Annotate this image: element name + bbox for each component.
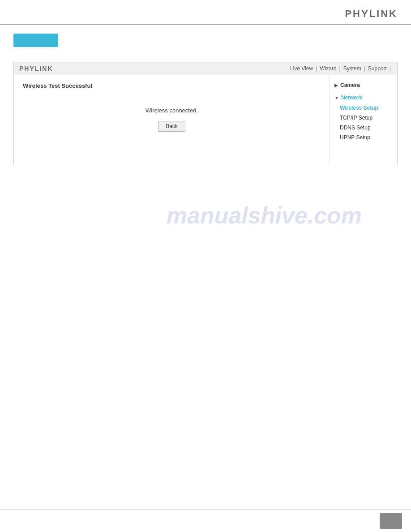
nav-support[interactable]: Support [368,65,387,72]
inner-nav-links: Live View | Wizard | System | Support | [290,65,392,72]
sidebar-network-header[interactable]: ▼ Network [330,92,397,103]
sidebar-item-tcpip-setup[interactable]: TCP/IP Setup [330,113,397,123]
nav-sep-4: | [390,65,391,72]
network-arrow-icon: ▼ [334,95,339,100]
content-center: Wireless connected. Back [23,98,321,141]
nav-system[interactable]: System [343,65,361,72]
camera-arrow-icon: ▶ [334,83,338,88]
bottom-footer [0,510,411,532]
sidebar-item-upnp-setup[interactable]: UPNP Setup [330,133,397,142]
inner-brand: PHYLINK [19,65,53,72]
page-title: Wireless Test Successful [23,82,321,89]
top-header: PHYLINK [0,0,411,25]
sidebar-section-camera: ▶ Camera [330,80,397,90]
sidebar-item-ddns-setup[interactable]: DDNS Setup [330,123,397,133]
blue-badge [13,34,58,47]
sidebar-camera-header[interactable]: ▶ Camera [330,80,397,90]
nav-sep-1: | [316,65,317,72]
inner-content: Wireless Test Successful Wireless connec… [14,75,397,165]
camera-section-label: Camera [340,82,360,88]
sidebar-section-network: ▼ Network Wireless Setup TCP/IP Setup DD… [330,92,397,142]
nav-live-view[interactable]: Live View [290,65,313,72]
brand-logo: PHYLINK [345,8,398,20]
watermark: manualshive.com [167,202,362,229]
nav-sep-2: | [339,65,341,72]
connected-message: Wireless connected. [146,107,198,114]
back-button[interactable]: Back [158,121,185,132]
sidebar-item-wireless-setup[interactable]: Wireless Setup [330,103,397,113]
footer-badge [380,513,402,529]
network-section-label: Network [341,94,362,101]
sidebar: ▶ Camera ▼ Network Wireless Setup TCP/IP… [330,75,397,165]
nav-wizard[interactable]: Wizard [320,65,336,72]
top-badge-area [13,34,398,48]
browser-frame: PHYLINK Live View | Wizard | System | Su… [13,62,398,165]
inner-nav: PHYLINK Live View | Wizard | System | Su… [14,62,397,75]
nav-sep-3: | [364,65,365,72]
main-panel: Wireless Test Successful Wireless connec… [14,75,330,165]
